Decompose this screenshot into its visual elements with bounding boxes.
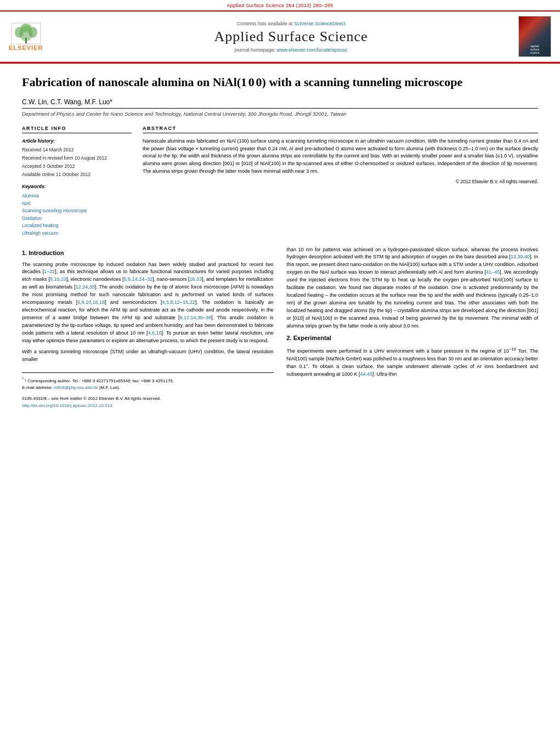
section2-para1: The experiments were performed in a UHV …: [287, 346, 539, 378]
elsevier-wordmark: ELSEVIER: [9, 44, 43, 51]
ref-41-45[interactable]: 41–45: [486, 269, 500, 275]
author-names: C.W. Lin, C.T. Wang, M.F. Luo*: [22, 98, 112, 106]
abstract-column: ABSTRACT Nanoscale alumina was fabricate…: [143, 126, 538, 237]
svg-point-4: [20, 24, 31, 32]
abstract-text: Nanoscale alumina was fabricated on NiAl…: [143, 138, 538, 176]
journal-header: ELSEVIER Contents lists available at Sci…: [0, 12, 560, 62]
article-title: Fabrication of nanoscale alumina on NiAl…: [22, 75, 538, 90]
section1-para2: With a scanning tunneling microscope (ST…: [22, 348, 274, 364]
ref-44-45[interactable]: 44,45: [360, 371, 373, 377]
keyword-5: Localized heating: [22, 222, 132, 230]
ref-9-10-23[interactable]: 9,10,23: [50, 276, 66, 282]
section1-heading: 1. Introduction: [22, 248, 274, 258]
sciverse-link[interactable]: SciVerse ScienceDirect: [294, 21, 346, 26]
ref-6-9-10[interactable]: 6,9,10,16,18: [77, 299, 105, 305]
article-info-label: ARTICLE INFO: [22, 126, 132, 133]
journal-center-info: Contents lists available at SciVerse Sci…: [75, 21, 507, 53]
keyword-4: Oxidation: [22, 215, 132, 223]
homepage-url[interactable]: www.elsevier.com/locate/apsusc: [277, 47, 348, 53]
footnote-section: * * Corresponding author. Tel.: +886 3 4…: [22, 372, 274, 391]
doi-line: http://dx.doi.org/10.1016/j.apsusc.2012.…: [22, 403, 274, 409]
footnote-email-link[interactable]: mfl28@phy.ncu.edu.tw: [54, 385, 98, 390]
journal-title: Applied Surface Science: [75, 29, 507, 45]
received-date: Received 14 March 2012: [22, 146, 132, 154]
accepted-date: Accepted 3 October 2012: [22, 163, 132, 170]
page-wrapper: Applied Surface Science 264 (2013) 280–2…: [0, 0, 560, 420]
info-abstract-section: ARTICLE INFO Article history: Received 1…: [22, 126, 538, 237]
cover-label: applied surface science: [530, 44, 540, 54]
ref-8-12-14[interactable]: 8,12,14,36–38: [180, 315, 212, 320]
copyright-line: © 2012 Elsevier B.V. All rights reserved…: [143, 179, 538, 184]
abstract-label: ABSTRACT: [143, 126, 538, 133]
ref-12-34-35[interactable]: 12,34,35: [76, 284, 95, 290]
keywords-block: Keywords: Alumina NiAl Scanning tunnelin…: [22, 183, 132, 237]
elsevier-logo-area: ELSEVIER: [9, 22, 75, 51]
history-title: Article history:: [22, 138, 132, 145]
ref-4-6-10[interactable]: 4,6,10: [148, 330, 161, 336]
journal-reference: Applied Surface Science 264 (2013) 280–2…: [227, 3, 333, 8]
top-bar: Applied Surface Science 264 (2013) 280–2…: [0, 0, 560, 12]
elsevier-tree-icon: [11, 22, 41, 44]
keyword-6: Ultrahigh vacuum: [22, 230, 132, 237]
ref-5-6-14[interactable]: 5,6,14,24–32: [124, 276, 153, 282]
journal-cover-area: applied surface science: [507, 16, 551, 57]
bottom-footer: 0169-4332/$ – see front matter © 2012 El…: [22, 395, 274, 409]
keywords-title: Keywords:: [22, 183, 132, 191]
sciverse-line: Contents lists available at SciVerse Sci…: [75, 21, 507, 26]
section2-heading: 2. Experimental: [287, 333, 539, 343]
ref-1-22[interactable]: 1–22: [44, 269, 55, 274]
available-date: Available online 11 October 2012: [22, 171, 132, 178]
keyword-1: Alumina: [22, 193, 132, 200]
main-col-left: 1. Introduction The scanning probe micro…: [22, 246, 274, 409]
section1-para1: The scanning probe microscope tip induce…: [22, 261, 274, 345]
ref-16-33[interactable]: 16,33: [190, 276, 202, 282]
elsevier-logo: ELSEVIER: [9, 22, 43, 51]
main-col-right: than 10 nm for patterns was achieved on …: [287, 246, 539, 409]
authors: C.W. Lin, C.T. Wang, M.F. Luo*: [22, 98, 538, 106]
article-info-block: Article history: Received 14 March 2012 …: [22, 138, 132, 178]
affiliation: Department of Physics and Center for Nan…: [22, 108, 538, 117]
keyword-2: NiAl: [22, 200, 132, 208]
article-content: Fabrication of nanoscale alumina on NiAl…: [0, 64, 560, 420]
section1-right-para1: than 10 nm for patterns was achieved on …: [287, 246, 539, 330]
article-info-column: ARTICLE INFO Article history: Received 1…: [22, 126, 132, 237]
journal-cover: applied surface science: [518, 16, 551, 57]
main-text-section: 1. Introduction The scanning probe micro…: [22, 246, 538, 409]
received-revised-date: Received in revised form 10 August 2012: [22, 155, 132, 162]
ref-13-39-40[interactable]: 13,39,40: [511, 254, 530, 259]
keyword-3: Scanning tunneling microscope: [22, 207, 132, 215]
ref-4-5-8[interactable]: 4,5,8,12–15,22: [162, 299, 195, 305]
doi-link[interactable]: http://dx.doi.org/10.1016/j.apsusc.2012.…: [22, 403, 112, 408]
footnote-text: * Corresponding author. Tel.: +886 3 422…: [25, 378, 174, 383]
issn-line: 0169-4332/$ – see front matter © 2012 El…: [22, 395, 274, 402]
journal-homepage: journal homepage: www.elsevier.com/locat…: [75, 47, 507, 53]
footnote-email: E-mail address: mfl28@phy.ncu.edu.tw (M.…: [22, 384, 274, 391]
footnote-star: * * Corresponding author. Tel.: +886 3 4…: [22, 376, 274, 384]
